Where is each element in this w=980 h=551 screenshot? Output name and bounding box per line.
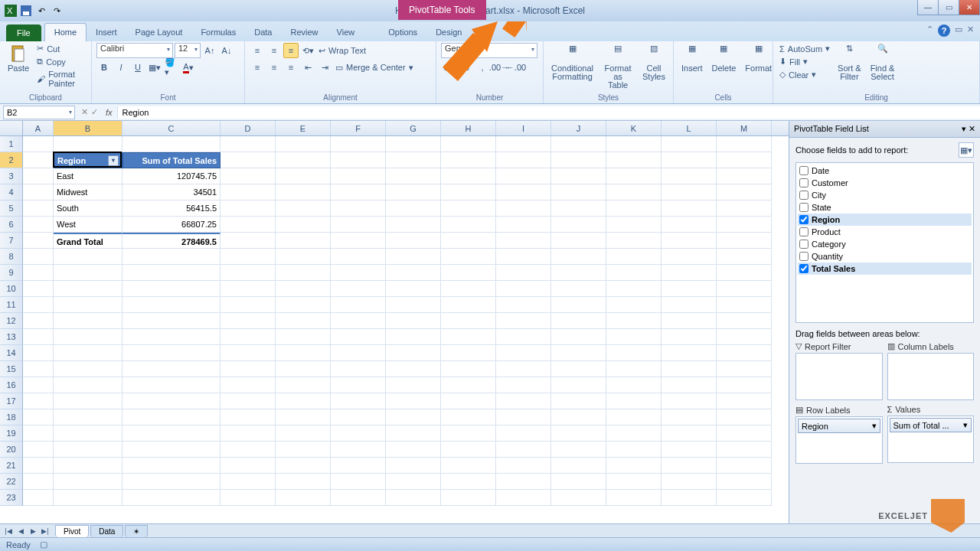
cell[interactable] (606, 490, 662, 506)
cell[interactable] (386, 249, 441, 265)
tab-home[interactable]: Home (44, 23, 87, 41)
align-right-button[interactable]: ≡ (283, 60, 299, 75)
cell[interactable] (276, 345, 331, 361)
cell[interactable] (441, 233, 496, 249)
cell[interactable] (276, 377, 331, 393)
cell[interactable] (441, 184, 496, 201)
cell[interactable] (662, 329, 717, 345)
comma-format-button[interactable]: , (475, 60, 490, 75)
row-header[interactable]: 15 (0, 361, 23, 377)
sheet-tab-data[interactable]: Data (90, 525, 123, 537)
last-sheet-button[interactable]: ▶| (40, 527, 51, 535)
row-header[interactable]: 20 (0, 442, 23, 458)
field-item[interactable]: Total Sales (798, 262, 972, 275)
row-header[interactable]: 2 (0, 152, 23, 168)
cancel-formula-icon[interactable]: ✕ (81, 107, 88, 117)
merge-center-button[interactable]: ▭Merge & Center▾ (334, 60, 415, 75)
cell[interactable] (122, 490, 220, 506)
cell[interactable] (276, 297, 331, 313)
field-item[interactable]: Customer (798, 177, 972, 189)
cell[interactable] (276, 361, 331, 377)
format-as-table-button[interactable]: ▤Format as Table (599, 43, 636, 91)
cell[interactable] (606, 329, 662, 345)
cell[interactable]: Midwest (54, 184, 122, 201)
window-restore-icon[interactable]: ▭ (955, 24, 962, 37)
cell[interactable] (54, 458, 122, 474)
accounting-format-button[interactable]: $▾ (441, 60, 456, 75)
cell[interactable] (54, 313, 122, 329)
cell[interactable] (23, 490, 54, 506)
cell[interactable] (122, 458, 220, 474)
cell[interactable] (496, 297, 551, 313)
cell[interactable] (54, 297, 122, 313)
cell[interactable] (220, 329, 276, 345)
cell[interactable] (23, 474, 54, 490)
maximize-button[interactable]: ▭ (938, 0, 959, 15)
cell[interactable] (606, 297, 662, 313)
cell[interactable] (717, 377, 772, 393)
cell[interactable] (662, 442, 717, 458)
cell[interactable]: South (54, 201, 122, 217)
field-checkbox[interactable] (799, 191, 808, 200)
cell[interactable] (717, 265, 772, 281)
cell[interactable] (441, 329, 496, 345)
cell[interactable] (54, 490, 122, 506)
cell[interactable] (331, 136, 386, 152)
cell[interactable] (662, 184, 717, 201)
row-header[interactable]: 22 (0, 474, 23, 490)
cell[interactable] (606, 474, 662, 490)
name-box[interactable]: B2 (3, 106, 75, 119)
cell[interactable] (220, 249, 276, 265)
cell[interactable] (122, 329, 220, 345)
cell[interactable] (717, 168, 772, 184)
enter-formula-icon[interactable]: ✓ (91, 107, 98, 117)
cell[interactable] (331, 249, 386, 265)
cell[interactable] (662, 297, 717, 313)
cell[interactable] (441, 361, 496, 377)
cell[interactable] (551, 345, 606, 361)
fill-button[interactable]: ⬇Fill▾ (778, 56, 831, 67)
cell[interactable] (54, 249, 122, 265)
font-color-button[interactable]: A▾ (181, 60, 196, 75)
cell[interactable] (276, 233, 331, 249)
close-button[interactable]: ✕ (959, 0, 980, 15)
cell[interactable] (441, 201, 496, 217)
cell[interactable] (441, 168, 496, 184)
cell[interactable] (662, 409, 717, 425)
cell[interactable] (220, 281, 276, 297)
conditional-formatting-button[interactable]: ▦Conditional Formatting (548, 43, 596, 83)
cell[interactable] (331, 425, 386, 442)
cell[interactable] (331, 152, 386, 168)
cell[interactable] (220, 442, 276, 458)
new-sheet-button[interactable]: ✶ (125, 525, 148, 537)
cell[interactable] (551, 490, 606, 506)
column-header[interactable]: D (220, 121, 276, 135)
cell[interactable] (276, 201, 331, 217)
cell[interactable] (386, 329, 441, 345)
cell[interactable] (496, 217, 551, 233)
cell[interactable] (23, 329, 54, 345)
cell[interactable]: Sum of Total Sales (122, 152, 220, 168)
cell[interactable] (386, 409, 441, 425)
cell[interactable] (551, 152, 606, 168)
field-checkbox[interactable] (799, 240, 808, 249)
cell[interactable] (23, 168, 54, 184)
cell[interactable] (331, 409, 386, 425)
cell[interactable] (441, 393, 496, 409)
cell[interactable] (220, 425, 276, 442)
cell[interactable] (386, 201, 441, 217)
cell[interactable] (331, 217, 386, 233)
cell[interactable] (23, 425, 54, 442)
cell[interactable] (662, 361, 717, 377)
row-header[interactable]: 23 (0, 490, 23, 506)
cell[interactable] (276, 249, 331, 265)
field-checkbox[interactable] (799, 227, 808, 236)
cell[interactable] (276, 393, 331, 409)
cell[interactable]: 56415.5 (122, 201, 220, 217)
cell[interactable] (606, 313, 662, 329)
cell[interactable] (441, 281, 496, 297)
cell[interactable] (220, 233, 276, 249)
cell[interactable] (496, 249, 551, 265)
cell[interactable] (386, 136, 441, 152)
cell[interactable] (386, 281, 441, 297)
